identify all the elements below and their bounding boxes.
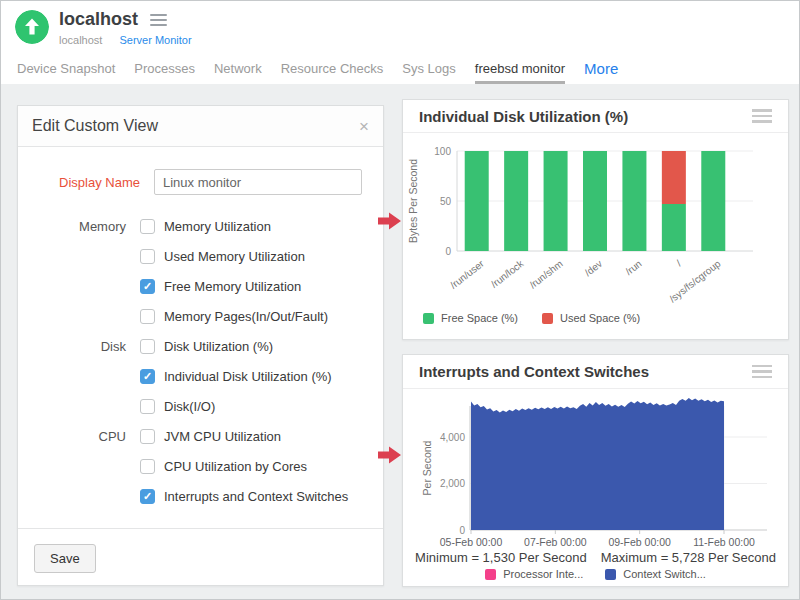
metric-option-label: Interrupts and Context Switches [164, 489, 348, 504]
metric-group-label: Disk [18, 339, 140, 354]
tab-resource-checks[interactable]: Resource Checks [281, 61, 384, 84]
interrupts-minmax: Minimum = 1,530 Per Second Maximum = 5,7… [403, 550, 788, 565]
legend-swatch [485, 569, 496, 580]
disk-chart-title: Individual Disk Utilization (%) [419, 108, 628, 125]
interrupts-chart-title: Interrupts and Context Switches [419, 363, 649, 380]
metric-group-label: Memory [18, 219, 140, 234]
legend-item-used-space: Used Space (%) [542, 312, 640, 324]
metric-option-row: Disk(I/O) [18, 391, 383, 421]
page-title: localhost [59, 9, 138, 30]
save-button[interactable]: Save [34, 544, 96, 573]
checkbox-individual-disk-utilization[interactable]: ✓ [140, 369, 155, 384]
tab-more[interactable]: More [584, 60, 618, 84]
svg-text:/: / [674, 258, 683, 269]
monitor-menu-icon[interactable] [150, 14, 167, 26]
svg-text:/dev: /dev [583, 258, 605, 278]
legend-swatch [542, 313, 553, 324]
checkbox-cpu-utilization-by-cores[interactable] [140, 459, 155, 474]
tab-device-snapshot[interactable]: Device Snapshot [17, 61, 115, 84]
modal-header: Edit Custom View × [18, 106, 383, 147]
legend-swatch [605, 569, 616, 580]
interrupts-card-menu-icon[interactable] [752, 365, 772, 379]
close-icon[interactable]: × [359, 118, 369, 135]
legend-swatch [423, 313, 434, 324]
interrupts-chart-svg: 4,0002,000005-Feb 00:0007-Feb 00:0009-Fe… [403, 388, 790, 548]
svg-text:/run/shm: /run/shm [527, 258, 564, 291]
svg-text:07-Feb 00:00: 07-Feb 00:00 [524, 536, 587, 548]
interrupts-chart-legend: Processor Inte...Context Switch... [403, 568, 788, 580]
tab-sys-logs[interactable]: Sys Logs [402, 61, 455, 84]
maximum-stat: Maximum = 5,728 Per Second [601, 550, 776, 565]
disk-card-menu-icon[interactable] [752, 109, 772, 123]
legend-label: Processor Inte... [503, 568, 583, 580]
disk-chart-svg: 100500Bytes Per Second/run/user/run/lock… [403, 132, 790, 310]
monitor-status-icon [15, 10, 49, 44]
svg-text:0: 0 [445, 246, 451, 257]
pointer-arrow-disk-icon [378, 212, 402, 230]
content-area: Edit Custom View × Display Name MemoryMe… [1, 84, 799, 600]
metric-option-label: Individual Disk Utilization (%) [164, 369, 332, 384]
svg-text:/sys/fs/cgroup: /sys/fs/cgroup [667, 258, 723, 305]
svg-text:05-Feb 00:00: 05-Feb 00:00 [440, 536, 503, 548]
server-monitor-window: localhost localhost Server Monitor Devic… [0, 0, 800, 600]
tab-bar: Device SnapshotProcessesNetworkResource … [1, 56, 799, 84]
tab-freebsd-monitor[interactable]: freebsd monitor [475, 61, 565, 84]
modal-title: Edit Custom View [32, 117, 158, 135]
disk-utilization-card: Individual Disk Utilization (%) 100500By… [402, 99, 789, 340]
interrupts-card: Interrupts and Context Switches 4,0002,0… [402, 354, 789, 587]
metric-option-row: ✓Individual Disk Utilization (%) [18, 361, 383, 391]
legend-label: Context Switch... [623, 568, 706, 580]
metric-option-row: CPU Utilization by Cores [18, 451, 383, 481]
metric-option-label: Disk(I/O) [164, 399, 215, 414]
metric-option-row: MemoryMemory Utilization [18, 211, 383, 241]
breadcrumb-server-monitor-link[interactable]: Server Monitor [119, 34, 191, 46]
legend-label: Used Space (%) [560, 312, 640, 324]
legend-item-free-space: Free Space (%) [423, 312, 518, 324]
checkbox-disk-utilization[interactable] [140, 339, 155, 354]
metric-option-row: Memory Pages(In/Out/Fault) [18, 301, 383, 331]
checkbox-disk-i-o[interactable] [140, 399, 155, 414]
metric-group-label: CPU [18, 429, 140, 444]
legend-label: Free Space (%) [441, 312, 518, 324]
svg-text:Per Second: Per Second [421, 440, 433, 495]
metric-option-row: DiskDisk Utilization (%) [18, 331, 383, 361]
display-name-label: Display Name [18, 175, 154, 190]
metric-option-label: Disk Utilization (%) [164, 339, 273, 354]
svg-text:/run/user: /run/user [448, 257, 486, 290]
metric-option-label: Memory Pages(In/Out/Fault) [164, 309, 328, 324]
svg-text:2,000: 2,000 [440, 478, 465, 489]
minimum-stat: Minimum = 1,530 Per Second [415, 550, 587, 565]
checkbox-memory-pages-in-out-fault[interactable] [140, 309, 155, 324]
checkbox-interrupts-and-context-switches[interactable]: ✓ [140, 489, 155, 504]
interrupts-card-header: Interrupts and Context Switches [403, 355, 788, 389]
disk-card-header: Individual Disk Utilization (%) [403, 100, 788, 133]
checkbox-used-memory-utilization[interactable] [140, 249, 155, 264]
breadcrumb: localhost Server Monitor [59, 34, 192, 46]
checkbox-jvm-cpu-utilization[interactable] [140, 429, 155, 444]
svg-text:50: 50 [440, 196, 452, 207]
metric-option-label: CPU Utilization by Cores [164, 459, 307, 474]
svg-text:0: 0 [459, 525, 465, 536]
svg-text:100: 100 [434, 146, 451, 157]
disk-chart-legend: Free Space (%)Used Space (%) [423, 312, 640, 324]
metric-option-label: Free Memory Utilization [164, 279, 301, 294]
svg-text:09-Feb 00:00: 09-Feb 00:00 [608, 536, 671, 548]
metric-option-row: ✓Free Memory Utilization [18, 271, 383, 301]
legend-item-context-switch: Context Switch... [605, 568, 706, 580]
checkbox-memory-utilization[interactable] [140, 219, 155, 234]
tab-processes[interactable]: Processes [134, 61, 195, 84]
breadcrumb-host: localhost [59, 34, 102, 46]
svg-text:/run: /run [623, 258, 643, 277]
legend-item-processor-inte: Processor Inte... [485, 568, 583, 580]
checkbox-free-memory-utilization[interactable]: ✓ [140, 279, 155, 294]
display-name-input[interactable] [154, 169, 362, 195]
svg-text:11-Feb 00:00: 11-Feb 00:00 [693, 536, 755, 548]
svg-text:/run/lock: /run/lock [489, 257, 526, 290]
metric-option-row: CPUJVM CPU Utilization [18, 421, 383, 451]
metric-option-row: Used Memory Utilization [18, 241, 383, 271]
metric-option-label: Memory Utilization [164, 219, 271, 234]
display-name-row: Display Name [18, 169, 383, 195]
metric-option-label: Used Memory Utilization [164, 249, 305, 264]
tab-network[interactable]: Network [214, 61, 262, 84]
pointer-arrow-interrupts-icon [378, 446, 402, 464]
